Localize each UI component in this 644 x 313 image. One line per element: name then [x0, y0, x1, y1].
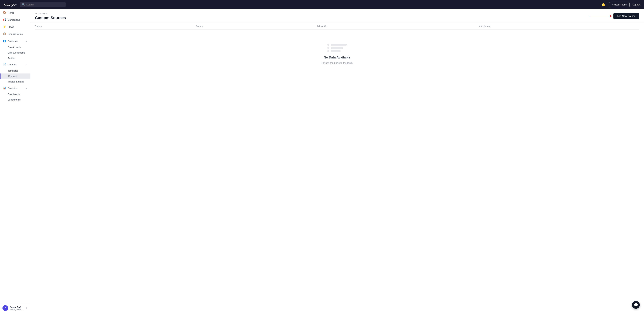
table-header-row: Source Status Added On Last Update [35, 22, 639, 29]
skeleton-bar-3 [331, 50, 340, 52]
skeleton-row-2 [327, 47, 347, 49]
skeleton-bar-1 [331, 44, 347, 45]
user-info: Feedr ApS jacob@feedr.c... [10, 306, 24, 311]
account-plans-button[interactable]: Account Plans [609, 2, 630, 7]
user-name: Feedr ApS [10, 306, 24, 309]
analytics-expand-icon: ▲ [25, 87, 27, 89]
sidebar-item-experiments[interactable]: Experiments [0, 97, 30, 102]
topnav: klaviyo® 🔍 🔔 Account Plans Support [0, 0, 644, 9]
sidebar-item-content[interactable]: 📄 Content ▲ [0, 61, 30, 68]
chat-icon: 💬 [634, 303, 638, 307]
campaigns-icon: 📢 [3, 18, 6, 21]
add-new-source-button[interactable]: Add New Source [614, 13, 639, 19]
user-menu-chevron-icon: ⇅ [26, 307, 28, 309]
empty-state: No Data Available Refresh the page to tr… [35, 29, 639, 78]
flows-icon: ⚡ [3, 25, 6, 28]
sidebar-item-audience[interactable]: 👥 Audience ▲ [0, 37, 30, 44]
col-header-status: Status [196, 25, 317, 27]
annotation-arrow-head [610, 15, 612, 17]
sidebar-item-dashboards[interactable]: Dashboards [0, 91, 30, 97]
main-content: ← Products Custom Sources Add New Source… [30, 9, 644, 313]
back-arrow-icon: ← [35, 12, 38, 15]
sidebar-item-signup-forms[interactable]: 📋 Sign-up forms [0, 30, 30, 37]
content-header: ← Products Custom Sources Add New Source [30, 9, 644, 22]
logo: klaviyo® [4, 2, 17, 7]
sidebar: 🏠 Home 📢 Campaigns ⚡ Flows 📋 Sign-up for… [0, 9, 30, 313]
content-icon: 📄 [3, 63, 6, 66]
col-header-source: Source [35, 25, 196, 27]
breadcrumb-area: ← Products Custom Sources [35, 12, 66, 20]
sidebar-item-profiles[interactable]: Profiles [0, 55, 30, 61]
empty-state-title: No Data Available [324, 56, 350, 59]
empty-state-subtitle: Refresh the page to try again. [321, 61, 353, 64]
notifications-button[interactable]: 🔔 [601, 2, 606, 7]
breadcrumb[interactable]: ← Products [35, 12, 66, 15]
avatar: F [2, 305, 8, 311]
sidebar-item-images-brand[interactable]: Images & brand [0, 79, 30, 84]
sidebar-item-growth-tools[interactable]: Growth tools [0, 44, 30, 50]
skeleton-circle-3 [327, 50, 330, 52]
search-input[interactable] [26, 3, 62, 6]
sidebar-item-products[interactable]: Products [0, 73, 30, 79]
arrow-annotation [589, 15, 612, 17]
skeleton-row-1 [327, 44, 347, 46]
audience-expand-icon: ▲ [25, 40, 27, 42]
sidebar-item-templates[interactable]: Templates [0, 68, 30, 73]
user-email: jacob@feedr.c... [10, 309, 24, 311]
chat-bubble-button[interactable]: 💬 [632, 301, 640, 309]
nav-right: 🔔 Account Plans Support [601, 2, 640, 7]
audience-icon: 👥 [3, 39, 6, 42]
col-header-added-on: Added On [317, 25, 478, 27]
sidebar-item-analytics[interactable]: 📊 Analytics ▲ [0, 84, 30, 91]
layout: 🏠 Home 📢 Campaigns ⚡ Flows 📋 Sign-up for… [0, 9, 644, 313]
sidebar-item-flows[interactable]: ⚡ Flows [0, 23, 30, 30]
analytics-icon: 📊 [3, 86, 6, 90]
content-expand-icon: ▲ [25, 64, 27, 65]
skeleton-circle-2 [327, 47, 330, 49]
skeleton-circle-1 [327, 44, 330, 46]
annotation-arrow-line [589, 16, 610, 16]
home-icon: 🏠 [3, 11, 6, 14]
support-button[interactable]: Support [632, 3, 640, 6]
sidebar-item-home[interactable]: 🏠 Home [0, 9, 30, 16]
skeleton-row-3 [327, 50, 347, 52]
skeleton-bar-2 [331, 47, 343, 49]
table-container: Source Status Added On Last Update [30, 22, 644, 78]
col-header-last-update: Last Update [478, 25, 639, 27]
header-actions: Add New Source [589, 13, 639, 19]
sidebar-item-campaigns[interactable]: 📢 Campaigns [0, 16, 30, 23]
user-account-section[interactable]: F Feedr ApS jacob@feedr.c... ⇅ [0, 303, 30, 313]
search-icon: 🔍 [22, 3, 25, 6]
empty-illustration [327, 44, 347, 52]
signup-forms-icon: 📋 [3, 32, 6, 35]
sidebar-item-lists-segments[interactable]: Lists & segments [0, 50, 30, 55]
page-title: Custom Sources [35, 15, 66, 20]
search-box[interactable]: 🔍 [20, 2, 66, 7]
